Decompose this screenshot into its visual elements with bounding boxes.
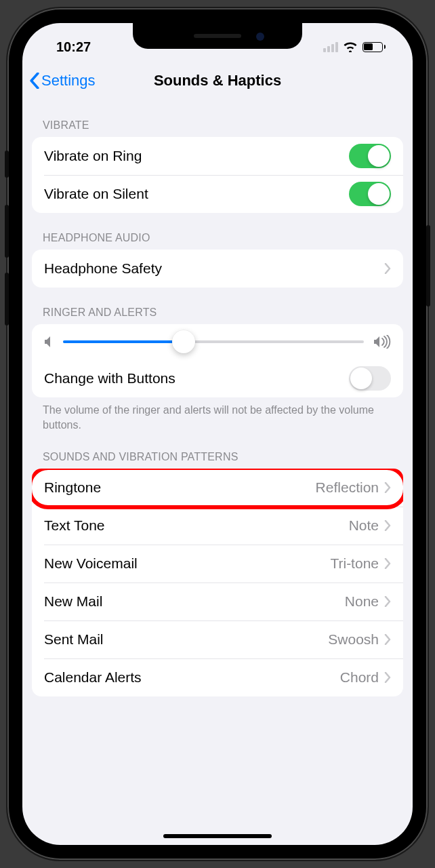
group-headphone: Headphone Safety (32, 250, 403, 288)
sent-mail-label: Sent Mail (44, 631, 328, 648)
new-voicemail-value: Tri-tone (330, 555, 379, 572)
home-indicator[interactable] (163, 834, 272, 838)
chevron-right-icon (384, 263, 391, 274)
chevron-right-icon (384, 596, 391, 607)
row-vibrate-on-silent[interactable]: Vibrate on Silent (32, 175, 403, 213)
group-vibrate: Vibrate on Ring Vibrate on Silent (32, 137, 403, 213)
chevron-right-icon (384, 672, 391, 683)
chevron-right-icon (384, 482, 391, 493)
section-footer-ringer: The volume of the ringer and alerts will… (22, 397, 413, 432)
section-header-vibrate: VIBRATE (22, 100, 413, 137)
text-tone-label: Text Tone (44, 517, 349, 534)
content[interactable]: VIBRATE Vibrate on Ring Vibrate on Silen… (22, 100, 413, 845)
vibrate-on-ring-toggle[interactable] (349, 144, 391, 168)
new-voicemail-label: New Voicemail (44, 555, 330, 572)
row-vibrate-on-ring[interactable]: Vibrate on Ring (32, 137, 403, 175)
row-headphone-safety[interactable]: Headphone Safety (32, 250, 403, 288)
row-change-with-buttons[interactable]: Change with Buttons (32, 359, 403, 397)
group-ringer: Change with Buttons (32, 324, 403, 397)
volume-up-button (5, 205, 9, 258)
ringtone-value: Reflection (316, 479, 379, 496)
status-time: 10:27 (44, 39, 91, 55)
row-new-voicemail[interactable]: New Voicemail Tri-tone (32, 545, 403, 583)
wifi-icon (343, 41, 358, 52)
calendar-alerts-label: Calendar Alerts (44, 669, 340, 686)
calendar-alerts-value: Chord (340, 669, 379, 686)
row-text-tone[interactable]: Text Tone Note (32, 507, 403, 545)
section-header-patterns: SOUNDS AND VIBRATION PATTERNS (22, 432, 413, 469)
new-mail-value: None (345, 593, 379, 610)
row-new-mail[interactable]: New Mail None (32, 583, 403, 620)
new-mail-label: New Mail (44, 593, 345, 610)
back-button[interactable]: Settings (29, 72, 96, 90)
chevron-right-icon (384, 520, 391, 531)
nav-bar: Settings Sounds & Haptics (22, 61, 413, 100)
row-calendar-alerts[interactable]: Calendar Alerts Chord (32, 658, 403, 696)
volume-down-button (5, 273, 9, 326)
section-header-headphone: HEADPHONE AUDIO (22, 213, 413, 250)
row-volume-slider (32, 324, 403, 359)
change-with-buttons-toggle[interactable] (349, 366, 391, 391)
ringtone-label: Ringtone (44, 479, 316, 496)
notch (133, 23, 302, 49)
vibrate-on-silent-label: Vibrate on Silent (44, 186, 349, 202)
device-frame: 10:27 Settings (7, 8, 428, 860)
row-sent-mail[interactable]: Sent Mail Swoosh (32, 620, 403, 658)
mute-switch (5, 151, 9, 178)
vibrate-on-ring-label: Vibrate on Ring (44, 148, 349, 164)
volume-high-icon (373, 335, 391, 349)
row-ringtone[interactable]: Ringtone Reflection (32, 469, 403, 507)
headphone-safety-label: Headphone Safety (44, 260, 384, 277)
back-label: Settings (41, 72, 96, 90)
cellular-icon (323, 42, 338, 52)
text-tone-value: Note (349, 517, 379, 534)
change-with-buttons-label: Change with Buttons (44, 370, 349, 387)
volume-slider[interactable] (63, 340, 364, 343)
chevron-right-icon (384, 558, 391, 569)
sent-mail-value: Swoosh (328, 631, 379, 648)
volume-low-icon (44, 336, 54, 348)
group-patterns: Ringtone Reflection Text Tone Note New V… (32, 469, 403, 696)
battery-icon (362, 42, 386, 52)
section-header-ringer: RINGER AND ALERTS (22, 288, 413, 324)
power-button (426, 225, 430, 307)
screen: 10:27 Settings (22, 23, 413, 845)
vibrate-on-silent-toggle[interactable] (349, 182, 391, 206)
chevron-right-icon (384, 634, 391, 645)
